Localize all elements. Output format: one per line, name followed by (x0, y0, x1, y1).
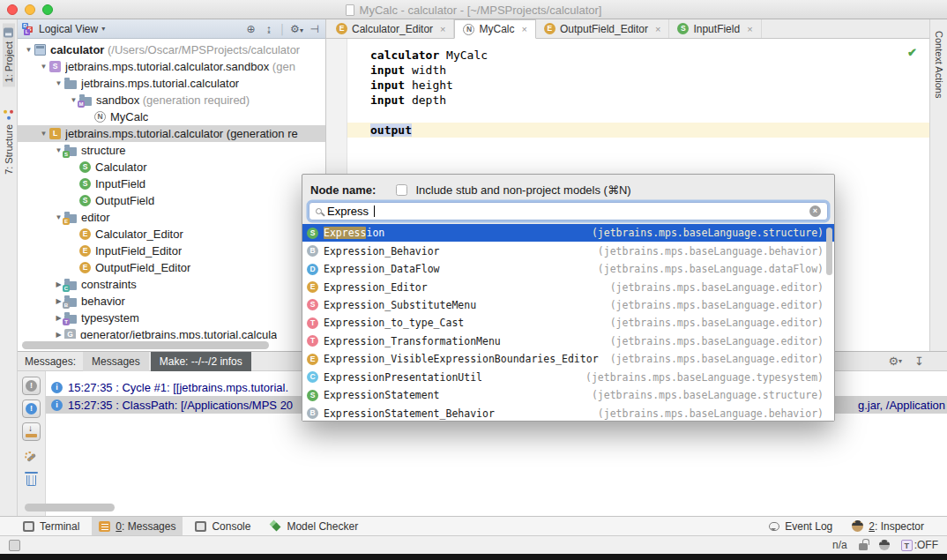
tree-item[interactable]: NMyCalc (18, 108, 325, 125)
tree-item[interactable]: ▼Ljetbrains.mps.tutorial.calculator (gen… (18, 125, 325, 142)
tree-item[interactable]: ECalculator_Editor (18, 226, 325, 243)
code-line[interactable]: input depth (347, 93, 929, 108)
tree-item[interactable]: SOutputField (18, 192, 325, 209)
toolwindow-event-log[interactable]: Event Log (762, 517, 839, 535)
expanded-arrow-icon[interactable]: ▼ (38, 130, 49, 138)
tree-item-text: calculator (/Users/Oscar/MPSProjects/cal… (50, 43, 300, 56)
clear-search-icon[interactable]: × (809, 205, 821, 217)
expanded-arrow-icon[interactable]: ▼ (38, 63, 49, 71)
toolwindow-terminal[interactable]: Terminal (16, 517, 86, 535)
tree-item[interactable]: ▼calculator (/Users/Oscar/MPSProjects/ca… (18, 41, 325, 58)
include-stub-checkbox[interactable] (396, 184, 407, 196)
messages-horizontal-scrollbar[interactable] (25, 504, 115, 511)
tree-horizontal-scrollbar[interactable] (22, 341, 321, 349)
tree-item[interactable]: ▼Sstructure (18, 142, 325, 159)
collapse-all-icon[interactable]: ↨ (262, 23, 275, 35)
tree-item[interactable]: ▼Eeditor (18, 209, 325, 226)
popup-scrollbar[interactable] (826, 226, 833, 419)
tree-item[interactable]: ▶Ttypesystem (18, 310, 325, 326)
popup-scrollbar-thumb[interactable] (826, 228, 832, 275)
tree-item-label: InputField (95, 177, 145, 190)
popup-list-item[interactable]: DExpression_DataFlow(jetbrains.mps.baseL… (302, 260, 834, 278)
warning-filter-button[interactable]: ! (22, 377, 41, 395)
close-tab-icon[interactable]: × (655, 24, 660, 34)
logical-view-icon: DSL (22, 23, 34, 35)
t-chip-state: :OFF (914, 539, 938, 551)
clear-all-trash-icon[interactable] (26, 475, 36, 486)
tree-item[interactable]: ▶Bbehavior (18, 293, 325, 310)
tree-item[interactable]: SInputField (18, 175, 325, 192)
tree-item[interactable]: ▼Msandbox (generation required) (18, 92, 325, 108)
settings-wrench-icon[interactable] (24, 451, 39, 464)
toolwindow---inspector[interactable]: 2: Inspector (845, 517, 931, 535)
messages-toolbar: ! ! (18, 371, 46, 516)
popup-list-item[interactable]: SExpression(jetbrains.mps.baseLanguage.s… (302, 224, 834, 242)
expanded-arrow-icon[interactable]: ▼ (53, 79, 64, 87)
stripe-item-structure[interactable]: 7: Structure (3, 106, 15, 179)
search-input[interactable]: Express × (309, 202, 828, 220)
messages-tab[interactable]: Messages (83, 352, 149, 371)
scrollbar-thumb[interactable] (22, 341, 269, 349)
code-line[interactable]: output (347, 123, 929, 138)
tab-calculator_editor[interactable]: ECalculator_Editor× (328, 19, 454, 38)
hector-highlighting-icon[interactable] (879, 540, 890, 550)
item-package: (jetbrains.mps.baseLanguage.structure) (592, 227, 824, 239)
tree-item[interactable]: ▶Cconstraints (18, 276, 325, 293)
collapsed-arrow-icon[interactable]: ▶ (53, 331, 64, 339)
item-package: (jetbrains.mps.baseLanguage.editor) (610, 317, 824, 329)
tree-item[interactable]: ▼Sjetbrains.mps.tutorial.calculator.sand… (18, 58, 325, 75)
scroll-to-end-icon[interactable]: ↧ (914, 355, 924, 368)
text-caret (374, 205, 375, 217)
c-blue-icon: C (307, 371, 318, 383)
code-line[interactable] (347, 108, 929, 123)
view-selector[interactable]: Logical View ▾ (39, 23, 105, 35)
close-tab-icon[interactable]: × (747, 24, 752, 34)
toolwindow-model-checker[interactable]: Model Checker (263, 517, 365, 535)
gear-icon[interactable]: ⚙▾ (290, 23, 303, 35)
export-icon (26, 426, 37, 437)
popup-list-item[interactable]: CExpressionPresentationUtil(jetbrains.mp… (302, 369, 834, 386)
code-line[interactable]: input height (347, 78, 929, 93)
stripe-item-project[interactable]: 1: Project (3, 23, 15, 86)
tree-item[interactable]: ▶Ggenerator/jetbrains.mps.tutorial.calcu… (18, 326, 325, 339)
popup-list-item[interactable]: BExpression_Behavior(jetbrains.mps.baseL… (302, 242, 834, 259)
close-tab-icon[interactable]: × (522, 24, 527, 34)
messages-gear-icon[interactable]: ⚙▾ (888, 355, 902, 368)
popup-list-item[interactable]: TExpression_to_type_Cast(jetbrains.mps.b… (302, 314, 834, 332)
stripe-item-context-actions[interactable]: Context Actions (933, 26, 945, 102)
code-token: output (370, 123, 412, 137)
tree-item[interactable]: EOutputField_Editor (18, 259, 325, 276)
code-line[interactable]: calculator MyCalc (347, 48, 929, 63)
popup-list-item[interactable]: SExpressionStatement(jetbrains.mps.baseL… (302, 386, 834, 404)
popup-list-item[interactable]: TExpression_TransformationMenu(jetbrains… (302, 332, 834, 350)
popup-list-item[interactable]: SExpression_SubstituteMenu(jetbrains.mps… (302, 296, 834, 314)
tab-inputfield[interactable]: SInputField× (669, 19, 761, 38)
item-package: (jetbrains.mps.baseLanguage.typesystem) (585, 371, 824, 384)
tab-mycalc[interactable]: NMyCalc× (454, 19, 535, 39)
minimize-window-button[interactable] (25, 4, 35, 15)
export-button[interactable] (22, 422, 41, 441)
code-line[interactable]: input width (347, 63, 929, 78)
circle-n-icon: N (94, 111, 106, 123)
popup-list-item[interactable]: BExpressionStatement_Behavior(jetbrains.… (302, 404, 834, 421)
messages-tab[interactable]: Make: --/--/2 infos (151, 352, 251, 371)
unlocked-padlock-icon[interactable] (859, 543, 868, 550)
close-window-button[interactable] (7, 4, 18, 15)
info-filter-button[interactable]: ! (22, 399, 41, 418)
item-name: Expression_Editor (324, 281, 428, 294)
tab-outputfield_editor[interactable]: EOutputField_Editor× (536, 19, 670, 38)
popup-list-item[interactable]: EExpression_Editor(jetbrains.mps.baseLan… (302, 278, 834, 295)
toolwindow-console[interactable]: Console (188, 517, 257, 535)
expanded-arrow-icon[interactable]: ▼ (23, 46, 34, 54)
popup-list-item[interactable]: EExpression_VisibleExpressionBoundaries_… (302, 350, 834, 368)
tree-item[interactable]: EInputField_Editor (18, 243, 325, 259)
hide-panel-icon[interactable]: ⊣ (308, 23, 321, 35)
tree-item[interactable]: SCalculator (18, 159, 325, 175)
locate-icon[interactable]: ⊕ (244, 23, 257, 35)
typesystem-trace-indicator[interactable]: T :OFF (901, 539, 938, 551)
tool-window-toggle-icon[interactable] (9, 540, 20, 551)
zoom-window-button[interactable] (42, 4, 53, 15)
tree-item[interactable]: ▼jetbrains.mps.tutorial.calculator (18, 75, 325, 92)
close-tab-icon[interactable]: × (440, 24, 445, 34)
toolwindow---messages[interactable]: 0: Messages (92, 517, 183, 535)
